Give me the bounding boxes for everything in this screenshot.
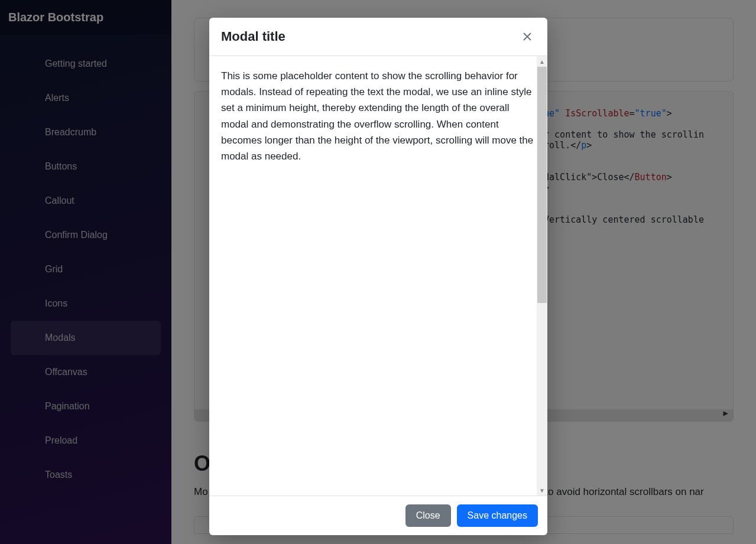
close-icon[interactable]	[519, 28, 536, 45]
scroll-up-icon[interactable]: ▲	[537, 56, 547, 67]
close-button[interactable]: Close	[405, 504, 451, 527]
scrollbar-track[interactable]	[537, 67, 547, 485]
modal-title: Modal title	[221, 29, 285, 44]
scroll-down-icon[interactable]: ▼	[537, 485, 547, 496]
modal-body-wrapper: This is some placeholder content to show…	[209, 56, 547, 496]
modal-scrollbar[interactable]: ▲ ▼	[537, 56, 547, 496]
modal-footer: Close Save changes	[209, 496, 547, 535]
modal-body: This is some placeholder content to show…	[209, 56, 537, 496]
modal-body-text: This is some placeholder content to show…	[221, 68, 537, 164]
save-changes-button[interactable]: Save changes	[457, 504, 538, 527]
scrollbar-thumb[interactable]	[537, 67, 547, 303]
modal-dialog: Modal title This is some placeholder con…	[209, 18, 547, 535]
modal-header: Modal title	[209, 18, 547, 56]
